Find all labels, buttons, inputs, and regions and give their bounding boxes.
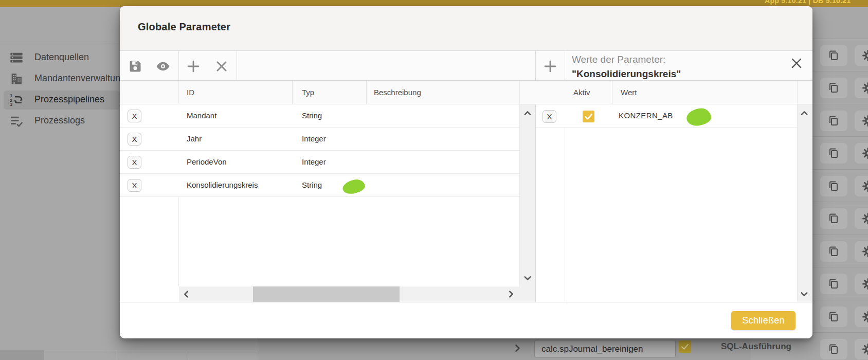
column-header-aktiv: Aktiv bbox=[573, 88, 590, 97]
scroll-down-icon[interactable] bbox=[523, 274, 532, 283]
delete-row-button[interactable]: X bbox=[128, 110, 141, 122]
sidebar-divider bbox=[0, 42, 120, 42]
copy-button[interactable] bbox=[820, 78, 847, 98]
gear-button[interactable] bbox=[855, 143, 868, 164]
copy-button[interactable] bbox=[820, 241, 847, 262]
data-sources-icon bbox=[9, 50, 24, 65]
sidebar-item-mandantenverwaltung[interactable]: Mandantenverwaltung bbox=[0, 68, 120, 89]
bg-pipeline-row bbox=[259, 338, 751, 360]
column-header-id: ID bbox=[187, 88, 194, 97]
header-separator bbox=[292, 81, 293, 104]
cell-wert: KONZERN_AB bbox=[619, 111, 673, 120]
copy-button[interactable] bbox=[820, 208, 847, 229]
parameter-row: X Mandant String bbox=[120, 104, 519, 128]
sidebar-item-label: Prozesslogs bbox=[34, 115, 85, 126]
sidebar-item-prozesspipelines[interactable]: 123 Prozesspipelines bbox=[0, 89, 120, 110]
add-icon[interactable] bbox=[186, 59, 201, 74]
save-icon[interactable] bbox=[128, 59, 142, 74]
cell-typ: Integer bbox=[302, 157, 326, 166]
pipeline-step-name-field[interactable]: calc.spJournal_bereinigen bbox=[534, 340, 676, 358]
version-label: App 5.10.21 | DB 5.10.21 bbox=[765, 0, 851, 5]
gear-button[interactable] bbox=[855, 45, 868, 66]
globale-parameter-dialog: Globale Parameter Werte der Parameter: "… bbox=[120, 6, 812, 338]
expand-chevron-icon[interactable] bbox=[512, 343, 522, 353]
sidebar-item-label: Prozesspipelines bbox=[34, 94, 104, 105]
pipeline-step-type-label: SQL-Ausführung bbox=[721, 341, 791, 352]
gear-button[interactable] bbox=[855, 339, 868, 359]
bg-table-border bbox=[116, 350, 116, 360]
copy-button[interactable] bbox=[820, 176, 847, 196]
copy-button[interactable] bbox=[820, 45, 847, 66]
sidebar: Datenquellen Mandantenverwaltung 123 Pro… bbox=[0, 7, 120, 360]
values-panel-parameter-name: "Konsolidierungskreis" bbox=[572, 68, 681, 80]
green-highlight-marker bbox=[341, 178, 366, 196]
pipelines-123-icon: 123 bbox=[9, 93, 24, 107]
toolbar-separator bbox=[178, 51, 179, 80]
scroll-right-icon[interactable] bbox=[507, 290, 516, 299]
copy-button[interactable] bbox=[820, 274, 847, 294]
svg-text:3: 3 bbox=[10, 102, 12, 107]
gear-button[interactable] bbox=[855, 78, 868, 98]
column-header-typ: Typ bbox=[302, 88, 314, 97]
table-header-row bbox=[120, 81, 812, 104]
right-vertical-scrollbar[interactable] bbox=[798, 104, 812, 302]
parameter-row: X Jahr Integer bbox=[120, 128, 519, 151]
close-icon[interactable] bbox=[790, 57, 803, 70]
left-vertical-scrollbar[interactable] bbox=[520, 104, 535, 286]
gear-button[interactable] bbox=[855, 176, 868, 196]
column-header-beschreibung: Beschreibung bbox=[374, 88, 421, 97]
pipeline-step-checkbox[interactable] bbox=[679, 340, 691, 353]
cell-id: Jahr bbox=[187, 134, 202, 143]
gear-button[interactable] bbox=[855, 274, 868, 294]
sidebar-item-datenquellen[interactable]: Datenquellen bbox=[0, 47, 120, 68]
delete-row-button[interactable]: X bbox=[128, 156, 141, 169]
scroll-up-icon[interactable] bbox=[523, 109, 532, 118]
scroll-left-icon[interactable] bbox=[182, 290, 191, 299]
logs-check-icon bbox=[9, 114, 24, 128]
add-value-icon[interactable] bbox=[543, 59, 557, 74]
cell-id: Mandant bbox=[187, 111, 216, 120]
copy-button[interactable] bbox=[820, 111, 847, 131]
preview-eye-icon[interactable] bbox=[156, 59, 170, 74]
sidebar-item-label: Datenquellen bbox=[34, 52, 89, 63]
dialog-title-bar: Globale Parameter bbox=[120, 6, 812, 50]
delete-x-icon[interactable] bbox=[214, 59, 229, 74]
gear-button[interactable] bbox=[855, 208, 868, 229]
delete-row-button[interactable]: X bbox=[128, 133, 141, 146]
header-separator bbox=[612, 81, 612, 104]
sidebar-item-prozesslogs[interactable]: Prozesslogs bbox=[0, 111, 120, 131]
green-highlight-marker bbox=[685, 107, 712, 127]
screen: App 5.10.21 | DB 5.10.21 Datenquellen Ma… bbox=[0, 0, 868, 360]
clients-building-icon bbox=[9, 71, 24, 86]
column-header-wert: Wert bbox=[621, 88, 637, 97]
value-row: X KONZERN_AB bbox=[536, 104, 797, 128]
bg-table-border bbox=[44, 350, 44, 360]
header-separator bbox=[366, 81, 367, 104]
scroll-down-icon[interactable] bbox=[800, 290, 809, 299]
toolbar-separator bbox=[237, 51, 237, 80]
parameter-row: X PeriodeVon Integer bbox=[120, 151, 519, 174]
schliessen-button[interactable]: Schließen bbox=[731, 311, 795, 330]
cell-typ: String bbox=[302, 111, 322, 120]
copy-button[interactable] bbox=[820, 143, 847, 164]
cell-typ: Integer bbox=[302, 134, 326, 143]
delete-value-button[interactable]: X bbox=[542, 110, 556, 123]
aktiv-checkbox[interactable] bbox=[583, 111, 594, 122]
gear-button[interactable] bbox=[855, 111, 868, 131]
gear-button[interactable] bbox=[855, 307, 868, 327]
gear-button[interactable] bbox=[855, 241, 868, 262]
footer-divider bbox=[120, 302, 812, 302]
horizontal-scrollbar-thumb[interactable] bbox=[253, 286, 400, 302]
parameter-row: X Konsolidierungskreis String bbox=[120, 174, 519, 197]
copy-button[interactable] bbox=[820, 307, 847, 327]
scroll-up-icon[interactable] bbox=[800, 109, 809, 118]
cell-id: Konsolidierungskreis bbox=[187, 181, 258, 189]
delete-row-button[interactable]: X bbox=[128, 179, 141, 192]
dialog-title: Globale Parameter bbox=[138, 21, 230, 33]
bg-table-cell bbox=[0, 350, 44, 360]
horizontal-scrollbar[interactable] bbox=[179, 286, 535, 302]
values-panel-subtitle: Werte der Parameter: bbox=[572, 54, 665, 65]
cell-id: PeriodeVon bbox=[187, 157, 227, 166]
copy-button[interactable] bbox=[820, 339, 847, 359]
sidebar-item-label: Mandantenverwaltung bbox=[34, 73, 120, 84]
